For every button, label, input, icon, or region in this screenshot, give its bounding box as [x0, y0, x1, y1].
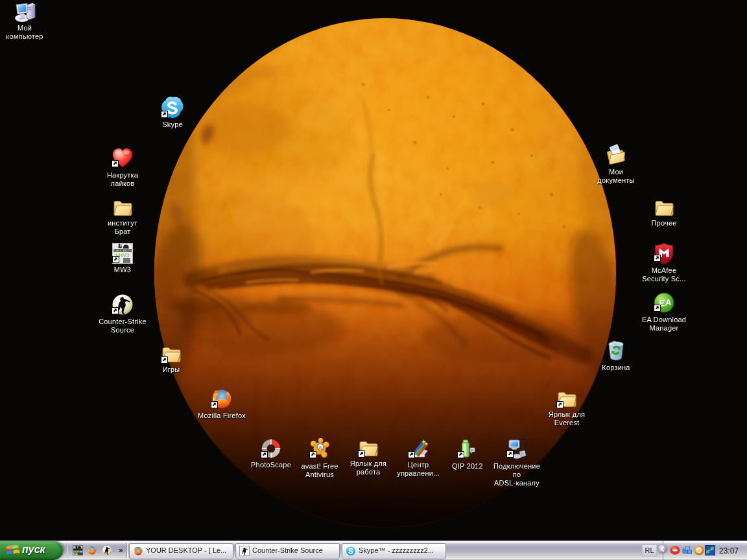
svg-text:P: P [471, 449, 473, 452]
svg-text:a: a [319, 444, 322, 450]
